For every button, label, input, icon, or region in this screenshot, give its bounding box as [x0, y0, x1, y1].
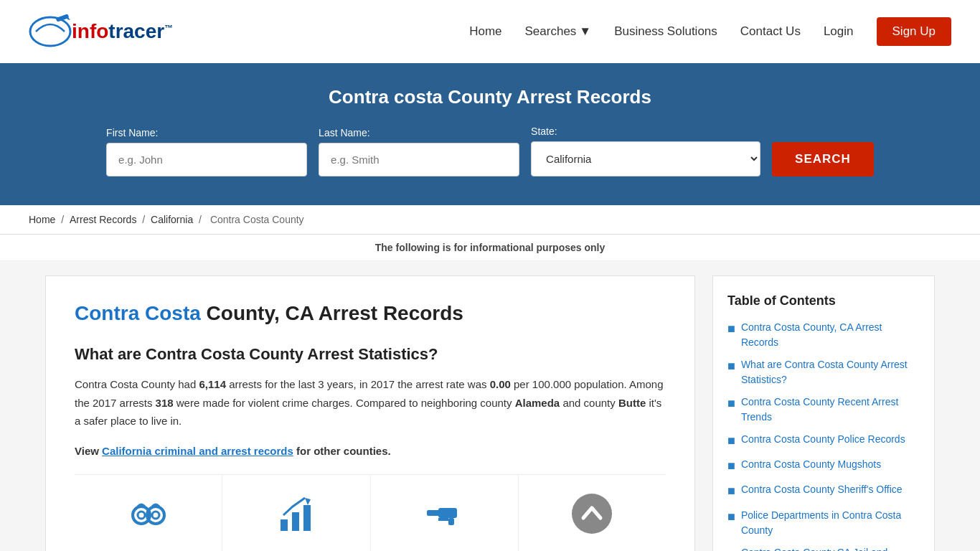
svg-rect-9	[292, 512, 299, 531]
toc-bullet: ■	[727, 432, 735, 450]
breadcrumb-california[interactable]: California	[151, 214, 193, 225]
main-content: Contra Costa County, CA Arrest Records W…	[31, 261, 949, 551]
toc-bullet: ■	[727, 545, 735, 551]
logo-tm: ™	[164, 23, 173, 33]
toc-link[interactable]: Contra Costa County Sheriff's Office	[741, 482, 903, 497]
toc-heading: Table of Contents	[727, 293, 920, 309]
toc-list: ■Contra Costa County, CA Arrest Records■…	[727, 320, 920, 551]
toc-link[interactable]: Contra Costa County Mugshots	[741, 457, 881, 472]
state-group: State: AlabamaAlaskaArizonaArkansasCalif…	[531, 126, 760, 176]
breadcrumb-home[interactable]: Home	[29, 214, 55, 225]
toc-item: ■Contra Costa County,CA Jail and Inmate …	[727, 545, 920, 551]
toc-bullet: ■	[727, 395, 735, 413]
arrest-rate: 0.00	[490, 378, 511, 390]
butte-ref: Butte	[618, 397, 646, 409]
logo-tracer: tracer	[108, 20, 164, 42]
chevron-down-icon: ▼	[579, 24, 591, 39]
icon-cell-gun	[371, 475, 519, 551]
nav-searches[interactable]: Searches ▼	[525, 24, 592, 39]
toc-bullet: ■	[727, 457, 735, 475]
toc-item: ■Police Departments in Contra Costa Coun…	[727, 508, 920, 538]
toc-item: ■What are Contra Costa County Arrest Sta…	[727, 357, 920, 387]
svg-point-16	[572, 494, 612, 534]
first-name-label: First Name:	[106, 127, 158, 138]
breadcrumb-county: Contra Costa County	[210, 214, 304, 225]
svg-rect-15	[438, 518, 448, 521]
stats-paragraph: Contra Costa County had 6,114 arrests fo…	[75, 375, 666, 430]
breadcrumb-arrest-records[interactable]: Arrest Records	[70, 214, 136, 225]
sidebar-toc: Table of Contents ■Contra Costa County, …	[712, 276, 935, 551]
toc-item: ■Contra Costa County Police Records	[727, 432, 920, 450]
nav-home[interactable]: Home	[469, 24, 501, 39]
svg-rect-8	[281, 519, 288, 531]
view-link-line: View California criminal and arrest reco…	[75, 442, 666, 461]
breadcrumb: Home / Arrest Records / California / Con…	[0, 205, 980, 235]
alameda-ref: Alameda	[515, 397, 560, 409]
chart-icon	[275, 492, 318, 535]
toc-bullet: ■	[727, 508, 735, 526]
nav-contact[interactable]: Contact Us	[740, 24, 801, 39]
hero-section: Contra costa County Arrest Records First…	[0, 63, 980, 205]
nav-links: Home Searches ▼ Business Solutions Conta…	[469, 17, 951, 46]
last-name-group: Last Name:	[319, 127, 519, 176]
toc-item: ■Contra Costa County Recent Arrest Trend…	[727, 395, 920, 425]
toc-link[interactable]: Contra Costa County Recent Arrest Trends	[741, 395, 920, 425]
page-title: Contra costa County Arrest Records	[29, 86, 951, 108]
svg-rect-13	[427, 510, 440, 516]
info-banner: The following is for informational purpo…	[0, 235, 980, 261]
toc-item: ■Contra Costa County, CA Arrest Records	[727, 320, 920, 350]
toc-bullet: ■	[727, 482, 735, 500]
arrests-count: 6,114	[199, 378, 226, 390]
logo-info: info	[72, 20, 108, 42]
icons-row	[75, 474, 666, 551]
icon-cell-handcuffs	[75, 475, 222, 551]
stats-heading: What are Contra Costa County Arrest Stat…	[75, 345, 666, 364]
svg-point-6	[138, 512, 145, 519]
toc-link[interactable]: Police Departments in Contra Costa Count…	[741, 508, 920, 538]
svg-rect-10	[303, 505, 311, 531]
navbar: infotracer™ Home Searches ▼ Business Sol…	[0, 0, 980, 63]
icon-cell-scroll-up[interactable]	[519, 475, 666, 551]
article-title-highlight: Contra Costa	[75, 302, 201, 324]
svg-marker-11	[305, 498, 311, 505]
svg-rect-12	[438, 508, 457, 518]
toc-link[interactable]: Contra Costa County,CA Jail and Inmate R…	[741, 545, 920, 551]
handcuffs-icon	[127, 492, 170, 535]
icon-cell-chart	[222, 475, 370, 551]
first-name-group: First Name:	[106, 127, 307, 176]
logo-icon	[29, 10, 72, 53]
logo[interactable]: infotracer™	[29, 10, 173, 53]
violent-count: 318	[156, 397, 174, 409]
toc-bullet: ■	[727, 320, 735, 338]
toc-item: ■Contra Costa County Sheriff's Office	[727, 482, 920, 500]
svg-rect-14	[448, 518, 454, 525]
toc-link[interactable]: Contra Costa County Police Records	[741, 432, 905, 447]
toc-link[interactable]: What are Contra Costa County Arrest Stat…	[741, 357, 920, 387]
ca-records-link[interactable]: California criminal and arrest records	[102, 445, 293, 457]
search-button[interactable]: SEARCH	[772, 142, 874, 176]
nav-signup-button[interactable]: Sign Up	[877, 17, 951, 46]
last-name-label: Last Name:	[319, 127, 370, 138]
nav-login[interactable]: Login	[824, 24, 854, 39]
first-name-input[interactable]	[106, 143, 307, 176]
state-select[interactable]: AlabamaAlaskaArizonaArkansasCaliforniaCo…	[531, 141, 760, 176]
svg-point-7	[152, 512, 159, 519]
toc-link[interactable]: Contra Costa County, CA Arrest Records	[741, 320, 920, 350]
scroll-up-icon	[570, 492, 613, 535]
gun-icon	[423, 492, 466, 535]
last-name-input[interactable]	[319, 143, 519, 176]
article: Contra Costa County, CA Arrest Records W…	[45, 276, 695, 551]
toc-bullet: ■	[727, 357, 735, 375]
article-title: Contra Costa County, CA Arrest Records	[75, 302, 666, 325]
search-form: First Name: Last Name: State: AlabamaAla…	[29, 126, 951, 176]
toc-item: ■Contra Costa County Mugshots	[727, 457, 920, 475]
nav-business[interactable]: Business Solutions	[614, 24, 717, 39]
article-title-rest: County, CA Arrest Records	[201, 302, 463, 324]
state-label: State:	[531, 126, 557, 137]
